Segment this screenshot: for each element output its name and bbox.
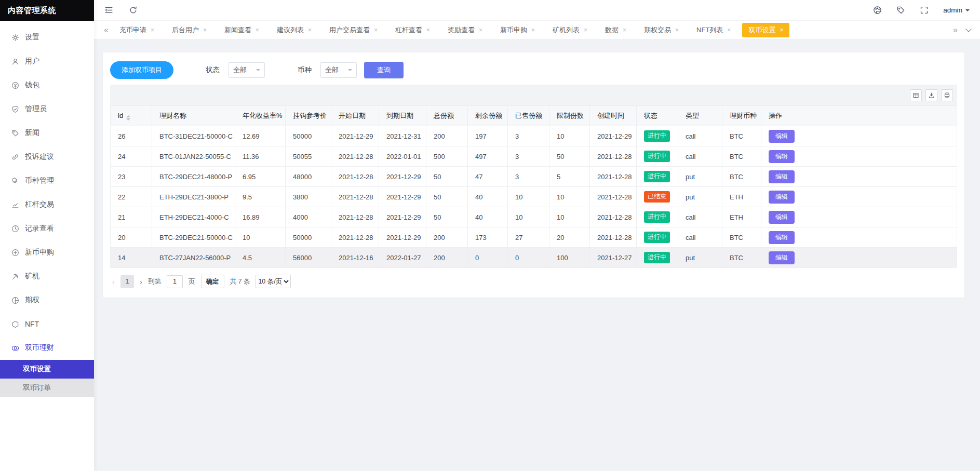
goto-label: 到第 bbox=[148, 277, 161, 286]
tab-3[interactable]: 建议列表 × bbox=[271, 23, 318, 37]
status-badge: 进行中 bbox=[644, 130, 670, 142]
sidebar-item-wallet[interactable]: 钱包 bbox=[0, 73, 94, 97]
tab-6[interactable]: 奖励查看 × bbox=[441, 23, 489, 37]
coin-select[interactable]: 全部 bbox=[320, 62, 357, 78]
tab-close-icon[interactable]: × bbox=[374, 27, 378, 33]
tab-close-icon[interactable]: × bbox=[256, 27, 259, 33]
tabs-scroll-right-icon[interactable]: » bbox=[948, 25, 962, 35]
sidebar-item-dual-finance[interactable]: 双币理财 bbox=[0, 336, 94, 360]
column-header-3: 挂钩参考价 bbox=[286, 106, 331, 126]
edit-button[interactable]: 编辑 bbox=[769, 251, 795, 264]
print-button[interactable] bbox=[941, 89, 953, 101]
sidebar-item-settings[interactable]: 设置 bbox=[0, 25, 94, 49]
sidebar-item-users[interactable]: 用户 bbox=[0, 49, 94, 73]
columns-settings-button[interactable] bbox=[910, 89, 922, 101]
sidebar-item-news[interactable]: 新闻 bbox=[0, 121, 94, 145]
column-header-4: 开始日期 bbox=[331, 106, 379, 126]
status-badge: 进行中 bbox=[644, 211, 670, 223]
chevron-down-icon bbox=[348, 69, 352, 73]
tabs-dropdown-icon[interactable] bbox=[962, 29, 975, 31]
top-header: admin bbox=[94, 0, 980, 21]
next-page-icon[interactable]: › bbox=[140, 277, 142, 286]
page-number[interactable]: 1 bbox=[120, 275, 134, 288]
sidebar-subitem-dual-orders[interactable]: 双币订单 bbox=[0, 379, 94, 397]
sidebar: 内容管理系统 设置 用户 钱包 管理员 新闻 投诉建议 币种管理 杠杆交易 记录… bbox=[0, 0, 94, 471]
coin-filter-label: 币种 bbox=[298, 65, 312, 75]
query-button[interactable]: 查询 bbox=[364, 62, 404, 78]
sidebar-item-admins[interactable]: 管理员 bbox=[0, 97, 94, 121]
coins-icon bbox=[11, 177, 19, 185]
tab-12[interactable]: 双币设置 × bbox=[742, 23, 789, 37]
tab-close-icon[interactable]: × bbox=[426, 27, 430, 33]
tab-5[interactable]: 杠杆查看 × bbox=[389, 23, 436, 37]
tab-close-icon[interactable]: × bbox=[675, 27, 679, 33]
status-badge: 进行中 bbox=[644, 252, 670, 263]
sidebar-item-records[interactable]: 记录查看 bbox=[0, 217, 94, 240]
column-header-7: 剩余份额 bbox=[468, 106, 508, 126]
sidebar-submenu: 双币设置 双币订单 bbox=[0, 360, 94, 397]
add-dual-project-button[interactable]: 添加双币项目 bbox=[110, 61, 173, 79]
tab-9[interactable]: 数据 × bbox=[599, 23, 633, 37]
refresh-icon[interactable] bbox=[129, 6, 138, 15]
edit-button[interactable]: 编辑 bbox=[769, 170, 795, 183]
sidebar-item-feedback[interactable]: 投诉建议 bbox=[0, 145, 94, 169]
tabs-scroll-left-icon[interactable]: « bbox=[99, 25, 113, 35]
tab-8[interactable]: 矿机列表 × bbox=[546, 23, 594, 37]
tab-close-icon[interactable]: × bbox=[780, 27, 783, 33]
tab-11[interactable]: NFT列表 × bbox=[690, 23, 737, 37]
sort-icon[interactable] bbox=[126, 115, 130, 120]
tab-close-icon[interactable]: × bbox=[584, 27, 587, 33]
table-row-21: 21ETH-29DEC21-4000-C16.8940002021-12-282… bbox=[111, 207, 957, 227]
status-filter-label: 状态 bbox=[206, 65, 220, 75]
sidebar-subitem-dual-settings[interactable]: 双币设置 bbox=[0, 360, 94, 379]
edit-button[interactable]: 编辑 bbox=[769, 211, 795, 224]
export-button[interactable] bbox=[925, 89, 937, 101]
filter-row: 添加双币项目 状态 全部 币种 全部 查询 bbox=[110, 61, 957, 79]
fullscreen-icon[interactable] bbox=[920, 6, 929, 15]
goto-page-input[interactable] bbox=[167, 275, 183, 288]
tab-1[interactable]: 后台用户 × bbox=[166, 23, 213, 37]
tab-close-icon[interactable]: × bbox=[203, 27, 207, 33]
user-icon bbox=[11, 58, 19, 65]
column-header-13: 理财币种 bbox=[722, 106, 761, 126]
tab-bar: « 充币申请 × 后台用户 × 新闻查看 × 建议列表 × 用户交易查看 × 杠… bbox=[94, 21, 980, 39]
confirm-page-button[interactable]: 确定 bbox=[201, 275, 224, 288]
page-size-select[interactable]: 10 条/页 bbox=[256, 275, 291, 288]
tag-icon[interactable] bbox=[896, 6, 905, 15]
edit-button[interactable]: 编辑 bbox=[769, 150, 795, 163]
tab-close-icon[interactable]: × bbox=[623, 27, 626, 33]
prev-page-icon[interactable]: ‹ bbox=[112, 277, 115, 286]
tab-close-icon[interactable]: × bbox=[531, 27, 535, 33]
tab-close-icon[interactable]: × bbox=[727, 27, 731, 33]
table-row-14: 14BTC-27JAN22-56000-P4.5560002021-12-162… bbox=[111, 248, 957, 268]
sidebar-item-options[interactable]: 期权 bbox=[0, 288, 94, 312]
pagination: ‹ 1 › 到第 页 确定 共 7 条 10 条/页 bbox=[110, 268, 957, 290]
edit-button[interactable]: 编辑 bbox=[769, 231, 795, 244]
column-header-0[interactable]: id bbox=[111, 106, 152, 126]
tab-10[interactable]: 期权交易 × bbox=[638, 23, 685, 37]
table-row-24: 24BTC-01JAN22-50055-C11.36500552021-12-2… bbox=[111, 146, 957, 167]
sidebar-item-miner[interactable]: 矿机 bbox=[0, 264, 94, 288]
tab-0[interactable]: 充币申请 × bbox=[113, 23, 160, 37]
tab-close-icon[interactable]: × bbox=[151, 27, 154, 33]
sidebar-item-leverage[interactable]: 杠杆交易 bbox=[0, 193, 94, 217]
sidebar-item-nft[interactable]: NFT bbox=[0, 312, 94, 336]
edit-button[interactable]: 编辑 bbox=[769, 130, 795, 143]
status-badge: 进行中 bbox=[644, 171, 670, 182]
user-menu[interactable]: admin bbox=[943, 6, 970, 14]
column-header-6: 总份额 bbox=[426, 106, 468, 126]
theme-icon[interactable] bbox=[873, 6, 882, 15]
coin-plus-icon bbox=[11, 249, 19, 257]
tab-4[interactable]: 用户交易查看 × bbox=[323, 23, 384, 37]
edit-button[interactable]: 编辑 bbox=[769, 191, 795, 204]
tab-close-icon[interactable]: × bbox=[308, 27, 312, 33]
tab-7[interactable]: 新币申购 × bbox=[494, 23, 541, 37]
sidebar-item-new-coin[interactable]: 新币申购 bbox=[0, 240, 94, 264]
tab-close-icon[interactable]: × bbox=[479, 27, 482, 33]
sidebar-item-currency[interactable]: 币种管理 bbox=[0, 169, 94, 193]
tab-2[interactable]: 新闻查看 × bbox=[218, 23, 265, 37]
collapse-sidebar-icon[interactable] bbox=[104, 6, 113, 15]
tag-icon bbox=[11, 129, 19, 137]
status-select[interactable]: 全部 bbox=[229, 62, 265, 78]
column-header-10: 创建时间 bbox=[590, 106, 637, 126]
